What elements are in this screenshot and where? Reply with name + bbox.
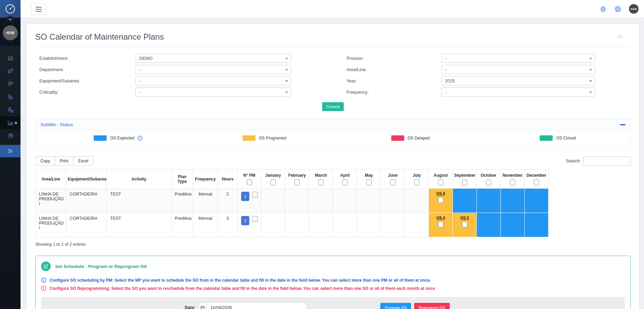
os-link[interactable]: OS 9 [436,191,445,196]
month-cell-programed-august[interactable]: OS 4 [429,213,453,237]
maintenance-calendar-table: Area/LineEquipment/SubareaActivityPlan T… [35,169,549,237]
month-cell-programed-august[interactable]: OS 9 [429,189,453,213]
user-avatar[interactable]: H2W [629,4,639,14]
bar-chart-icon [7,119,14,126]
month-select-all-may-checkbox[interactable] [366,179,371,185]
search-input[interactable] [583,157,631,166]
filter-row: Process:- [342,54,595,63]
excel-button[interactable]: Excel [73,156,93,166]
os-link[interactable]: OS 5 [460,216,469,220]
filter-column-right: Process:-Area/Line:-Year:2025Frequency:- [342,54,595,99]
panel-collapse-minus-icon[interactable] [620,124,626,125]
legend-color-swatch [391,135,404,141]
month-cell-expected-december[interactable] [525,189,549,213]
reprogram-os-button[interactable]: Reprogram OS [414,303,449,309]
filter-select-right-2[interactable]: 2025 [441,76,595,85]
month-select-all-february-checkbox[interactable] [294,179,300,185]
schedule-title: Set Schedule - Program or Reprogram OS [55,264,147,269]
caret-down-icon [285,92,288,93]
sidebar-item-charts[interactable] [0,129,21,142]
copy-button[interactable]: Copy [35,156,55,166]
legend-item: OS Delayed [333,135,482,141]
month-select-all-march-checkbox[interactable] [318,179,324,185]
month-cell-programed-september[interactable]: OS 5 [453,213,477,237]
export-buttons: CopyPrintExcel [35,156,93,166]
sidebar-item-reports[interactable] [0,116,21,129]
filter-select-left-0[interactable]: DEMO [135,54,291,63]
filter-select-left-1[interactable]: - [135,65,291,74]
os-checkbox[interactable] [438,197,443,203]
date-label: Date: [185,305,195,309]
month-column-header: April [333,170,357,189]
home-icon [7,54,14,62]
os-checkbox[interactable] [462,221,467,227]
month-cell-expected-october[interactable] [477,213,501,237]
pm-cell: 1 [238,189,261,213]
sidebar-item-home[interactable] [0,51,21,64]
gauge-logo-icon [4,3,16,15]
table-cell: LINHA DE PRODUÇÃO I [36,189,66,213]
pm-select-all-checkbox[interactable] [247,179,252,185]
filter-select-right-0[interactable]: - [441,54,595,63]
filter-select-left-3[interactable]: - [135,88,291,97]
filter-select-right-1[interactable]: - [441,65,595,74]
month-column-header: September [453,170,477,189]
info-icon[interactable] [137,136,143,141]
month-cell-expected-october[interactable] [477,189,501,213]
month-select-all-november-checkbox[interactable] [510,179,515,185]
sidebar-item-user-edit[interactable] [0,90,21,103]
month-cell-empty-february [285,189,309,213]
month-select-all-august-checkbox[interactable] [438,179,443,185]
month-column-header: March [309,170,333,189]
pm-row-checkbox[interactable] [252,216,258,222]
column-header: Area/Line [36,170,66,189]
table-cell: 2 [218,189,238,213]
month-select-all-september-checkbox[interactable] [462,179,467,185]
month-select-all-december-checkbox[interactable] [534,179,539,185]
menu-toggle-button[interactable] [31,3,46,15]
month-cell-expected-september[interactable] [453,189,477,213]
pm-row-checkbox[interactable] [252,192,258,198]
column-header: Frequency [193,170,218,189]
month-cell-empty-july [405,213,429,237]
search-label: Search: [566,159,581,163]
app-logo[interactable] [0,0,21,18]
sidebar-item-user-add[interactable] [0,77,21,90]
filter-select-right-3[interactable]: - [441,88,595,97]
filter-select-left-2[interactable]: - [135,76,291,85]
consult-button[interactable]: Consult [322,102,344,111]
pm-cell: 2 [238,213,261,237]
month-select-all-june-checkbox[interactable] [390,179,395,185]
date-input[interactable] [207,303,307,309]
caret-down-icon [285,69,288,71]
month-cell-expected-november[interactable] [501,189,525,213]
filter-form: Establishment:DEMODepartment:-Equipment/… [35,54,631,99]
month-select-all-october-checkbox[interactable] [486,179,491,185]
sidebar-avatar[interactable]: H2W [3,25,18,40]
month-select-all-april-checkbox[interactable] [342,179,347,185]
sidebar-item-user-clock[interactable] [0,103,21,116]
language-globe-icon[interactable] [614,5,621,13]
profile-collapse-chevron[interactable] [6,16,15,23]
os-link[interactable]: OS 4 [436,216,445,220]
settings-gear-icon[interactable] [600,5,607,13]
sidebar-item-settings[interactable] [0,64,21,77]
legend-color-swatch [94,135,107,141]
legend-label: OS Programed [259,136,286,140]
filter-row: Department:- [35,65,291,74]
print-button[interactable]: Print [55,156,74,166]
select-value: - [445,67,446,72]
divider [35,47,631,48]
program-os-button[interactable]: Program OS [380,303,411,309]
month-cell-expected-december[interactable] [525,213,549,237]
month-select-all-july-checkbox[interactable] [414,179,419,185]
calendar-icon-button[interactable] [198,303,207,309]
month-cell-expected-november[interactable] [501,213,525,237]
os-checkbox[interactable] [438,221,443,227]
card-collapse-button[interactable] [618,33,623,40]
month-select-all-january-checkbox[interactable] [271,179,276,185]
filter-row: Equipment/Subarea:- [35,76,291,85]
legend-item: OS Expected [36,135,184,141]
table-cell: TEST [107,189,171,213]
sidebar-expand-button[interactable] [0,145,21,157]
